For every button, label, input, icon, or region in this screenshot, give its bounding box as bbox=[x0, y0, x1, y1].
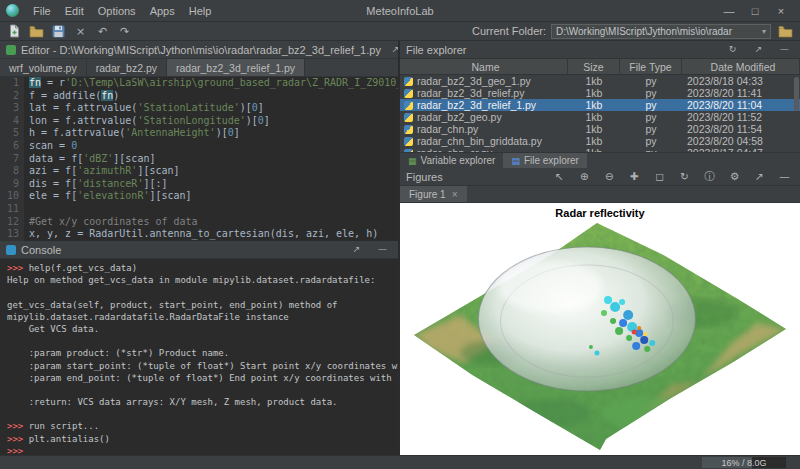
file-row-radar_chn.py[interactable]: radar_chn.py1kbpy2023/8/20 11:54 bbox=[400, 123, 800, 135]
menu-apps[interactable]: Apps bbox=[143, 5, 182, 17]
float-icon[interactable]: ↗ bbox=[749, 41, 768, 58]
figure-canvas[interactable]: Radar reflectivity bbox=[400, 203, 800, 455]
python-file-icon bbox=[404, 137, 413, 146]
column-header-size[interactable]: Size bbox=[568, 59, 620, 74]
tab-variable-explorer[interactable]: ▦Variable explorer bbox=[400, 153, 503, 168]
file-name-cell: radar_bz2_3d_geo_1.py bbox=[400, 75, 568, 87]
editor-tab-radar_bz2_3d_relief_1.py[interactable]: radar_bz2_3d_relief_1.py bbox=[167, 59, 305, 76]
code-text: dis = f['distanceR'][:] bbox=[24, 178, 168, 191]
redo-icon[interactable]: ↷ bbox=[115, 23, 134, 40]
vertical-splitter[interactable] bbox=[399, 41, 400, 455]
maximize-button[interactable]: □ bbox=[742, 5, 768, 17]
current-folder-combo[interactable]: D:\Working\MIScript\Jython\mis\io\radar … bbox=[551, 24, 771, 39]
code-text: ele = f['elevationR'][scan] bbox=[24, 190, 192, 203]
file-size-cell: 1kb bbox=[568, 87, 620, 99]
code-line: 9dis = f['distanceR'][:] bbox=[0, 178, 398, 191]
new-script-icon[interactable] bbox=[5, 23, 24, 40]
file-size-cell: 1kb bbox=[568, 111, 620, 123]
close-icon[interactable]: × bbox=[71, 23, 90, 40]
console-icon bbox=[6, 245, 16, 255]
files-icon: ▤ bbox=[511, 156, 520, 166]
console-line: get_vcs_data(self, product, start_point,… bbox=[7, 299, 398, 311]
menu-help[interactable]: Help bbox=[182, 5, 219, 17]
minimize-icon[interactable]: — bbox=[775, 41, 794, 58]
editor-tab-wrf_volume.py[interactable]: wrf_volume.py bbox=[0, 59, 87, 76]
float-icon[interactable]: ↗ bbox=[347, 241, 366, 258]
tab-file-explorer[interactable]: ▤File explorer bbox=[503, 153, 587, 168]
editor-panel: Editor - D:\Working\MIScript\Jython\mis\… bbox=[0, 41, 399, 241]
console-line: >>> plt.antialias() bbox=[7, 433, 398, 445]
scrollbar-thumb[interactable] bbox=[794, 77, 799, 111]
figure-tab[interactable]: Figure 1 × bbox=[400, 186, 467, 202]
browse-folder-icon[interactable] bbox=[776, 23, 795, 40]
file-name-cell: radar_bz2_3d_relief.py bbox=[400, 87, 568, 99]
file-row-radar_bz2_3d_geo_1.py[interactable]: radar_bz2_3d_geo_1.py1kbpy2023/8/18 04:3… bbox=[400, 75, 800, 87]
save-icon[interactable] bbox=[49, 23, 68, 40]
file-row-radar_bz2_geo.py[interactable]: radar_bz2_geo.py1kbpy2023/8/20 11:52 bbox=[400, 111, 800, 123]
file-row-radar_chn_bin_griddata.py[interactable]: radar_chn_bin_griddata.py1kbpy2023/8/20 … bbox=[400, 135, 800, 147]
zoom-out-icon[interactable]: ⊖ bbox=[600, 168, 619, 185]
toolbar-icons: ×↶↷ bbox=[5, 23, 134, 40]
file-row-radar_bz2_3d_relief_1.py[interactable]: radar_bz2_3d_relief_1.py1kbpy2023/8/20 1… bbox=[400, 99, 800, 111]
file-table-header: NameSizeFile TypeDate Modified bbox=[400, 59, 800, 75]
cursor-icon[interactable]: ↖ bbox=[550, 168, 569, 185]
identify-icon[interactable]: ⓘ bbox=[700, 168, 719, 185]
refresh-icon[interactable]: ↻ bbox=[723, 41, 742, 58]
editor-tab-radar_bz2.py[interactable]: radar_bz2.py bbox=[87, 59, 167, 76]
column-header-name[interactable]: Name bbox=[400, 59, 568, 74]
file-explorer-header: File explorer ↻↗— bbox=[400, 41, 800, 59]
column-header-date-modified[interactable]: Date Modified bbox=[682, 59, 800, 74]
minimize-icon[interactable]: — bbox=[775, 168, 794, 185]
code-line: 10ele = f['elevationR'][scan] bbox=[0, 190, 398, 203]
window-controls: —□× bbox=[716, 5, 794, 17]
editor-panel-buttons: ↗— bbox=[386, 41, 398, 58]
pan-icon[interactable]: ✚ bbox=[625, 168, 644, 185]
code-text: data = f['dBZ'][scan] bbox=[24, 153, 155, 166]
menu-file[interactable]: File bbox=[26, 5, 58, 17]
code-line: 11 bbox=[0, 203, 398, 216]
menu-options[interactable]: Options bbox=[91, 5, 143, 17]
figure-tab-close-icon[interactable]: × bbox=[452, 189, 458, 200]
code-text: fn = r'D:\Temp\LaSW\airship\ground_based… bbox=[24, 77, 398, 90]
chevron-down-icon[interactable]: ▾ bbox=[758, 27, 766, 36]
minimize-icon[interactable]: — bbox=[373, 241, 392, 258]
file-list-scrollbar[interactable] bbox=[793, 75, 800, 152]
column-header-file-type[interactable]: File Type bbox=[620, 59, 682, 74]
figure-tab-label: Figure 1 bbox=[409, 189, 446, 200]
full-extent-icon[interactable]: ◻ bbox=[650, 168, 669, 185]
zoom-in-icon[interactable]: ⊕ bbox=[575, 168, 594, 185]
code-line: 5h = f.attrvalue('AntennaHeight')[0] bbox=[0, 127, 398, 140]
script-icon bbox=[6, 45, 16, 55]
memory-text: 16% / 8.0G bbox=[721, 458, 766, 468]
code-text: azi = f['azimuthR'][scan] bbox=[24, 165, 180, 178]
figures-panel-header: Figures ↖⊕⊖✚◻↻ⓘ⚙↗— bbox=[400, 168, 800, 186]
undo-icon[interactable]: ↶ bbox=[93, 23, 112, 40]
console-line: :return: VCS data arrays: X/Y mesh, Z me… bbox=[7, 396, 398, 408]
file-type-cell: py bbox=[620, 75, 682, 87]
line-number: 13 bbox=[0, 228, 24, 241]
open-script-icon[interactable] bbox=[27, 23, 46, 40]
console-panel: Console ↗— >>> help(f.get_vcs_data)Help … bbox=[0, 241, 399, 455]
minimize-button[interactable]: — bbox=[716, 5, 742, 17]
console-output[interactable]: >>> help(f.get_vcs_data)Help on method g… bbox=[0, 259, 398, 455]
float-icon[interactable]: ↗ bbox=[386, 41, 398, 58]
rotate-icon[interactable]: ↻ bbox=[675, 168, 694, 185]
file-type-cell: py bbox=[620, 123, 682, 135]
menu-edit[interactable]: Edit bbox=[58, 5, 91, 17]
python-file-icon bbox=[404, 77, 413, 86]
code-editor[interactable]: 1fn = r'D:\Temp\LaSW\airship\ground_base… bbox=[0, 77, 398, 241]
file-date-cell: 2023/8/17 04:47 bbox=[682, 147, 800, 152]
line-number: 2 bbox=[0, 90, 24, 103]
python-file-icon bbox=[404, 113, 413, 122]
console-panel-header: Console ↗— bbox=[0, 241, 398, 259]
settings-icon[interactable]: ⚙ bbox=[725, 168, 744, 185]
file-row-radar_chn_cr.py[interactable]: radar_chn_cr.py1kbpy2023/8/17 04:47 bbox=[400, 147, 800, 152]
close-button[interactable]: × bbox=[768, 5, 794, 17]
file-row-radar_bz2_3d_relief.py[interactable]: radar_bz2_3d_relief.py1kbpy2023/8/20 11:… bbox=[400, 87, 800, 99]
code-line: 8azi = f['azimuthR'][scan] bbox=[0, 165, 398, 178]
file-date-cell: 2023/8/20 11:54 bbox=[682, 123, 800, 135]
memory-indicator[interactable]: 16% / 8.0G bbox=[702, 457, 786, 468]
float-icon[interactable]: ↗ bbox=[750, 168, 769, 185]
line-number: 4 bbox=[0, 115, 24, 128]
line-number: 1 bbox=[0, 77, 24, 90]
